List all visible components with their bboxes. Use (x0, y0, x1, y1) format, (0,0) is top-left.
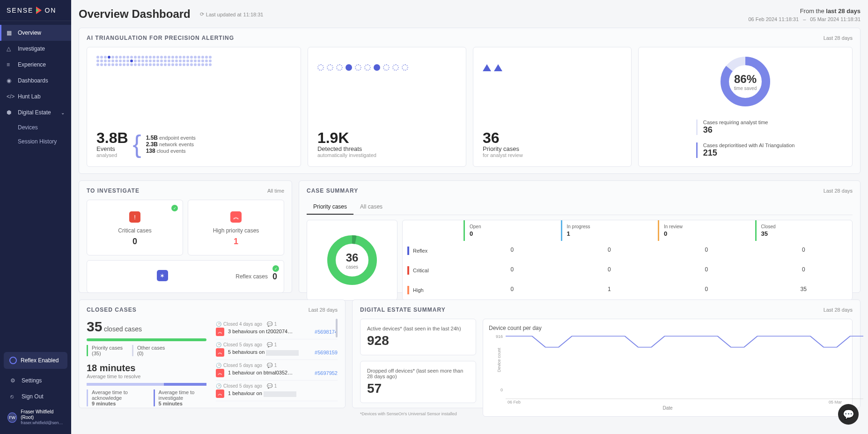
stat-deprioritised: Cases deprioritised with AI Triangulatio… (696, 142, 795, 158)
avg-resolve-time: 18 minutes (87, 363, 206, 374)
cube-icon: ⬢ (7, 109, 13, 116)
list-item[interactable]: 🕑Closed 5 days ago💬1 ︽5 behaviours on #5… (216, 339, 338, 360)
card-reflex-cases[interactable]: ✓ ✶ Reflex cases 0 (87, 260, 284, 293)
x-axis: 06 Feb05 Mar (489, 400, 846, 404)
user-name: Fraser Whitfield (Root) (21, 409, 64, 420)
nav-label: Sign Out (22, 393, 44, 400)
avg-resolve-label: Average time to resolve (87, 374, 206, 379)
tab-all-cases[interactable]: All cases (353, 200, 389, 215)
priority-label: Priority cases (483, 145, 622, 152)
card-high-cases[interactable]: ︽ High priority cases 1 (188, 200, 284, 255)
threats-viz (317, 56, 456, 79)
nav-label: Investigate (18, 45, 45, 52)
page-header: Overview Dashboard ⟳ Last updated at 11:… (79, 0, 861, 28)
section-range: Last 28 days (309, 307, 338, 313)
avatar: FW (7, 412, 17, 423)
code-icon: </> (7, 93, 13, 100)
card-priority: 36 Priority cases for analyst review (473, 47, 632, 167)
page-title: Overview Dashboard (79, 7, 191, 21)
section-range: Last 28 days (824, 307, 853, 313)
grid-icon: ▦ (7, 30, 13, 36)
scrollbar[interactable] (336, 319, 338, 337)
list-item[interactable]: 🕑Closed 5 days ago💬1 ︽1 behaviour on btm… (216, 360, 338, 381)
user-profile[interactable]: FW Fraser Whitfield (Root) fraser.whitfi… (4, 404, 67, 430)
eye-icon: ◉ (7, 77, 13, 84)
nav-session-history[interactable]: Session History (0, 135, 71, 149)
nav-digital-estate[interactable]: ⬢Digital Estate⌄ (0, 105, 71, 120)
brand-text: SENSE (7, 7, 33, 14)
section-to-investigate: TO INVESTIGATE All time ✓ ! Critical cas… (79, 180, 292, 293)
brand-play-icon (36, 7, 42, 14)
brand-suffix: ON (44, 7, 56, 14)
card-threats: 1.9K Detected threats automatically inve… (308, 47, 466, 167)
card-time-saved: 86% time saved Cases requiring analyst t… (638, 47, 853, 167)
nav-label: Settings (22, 377, 42, 384)
list-item[interactable]: 🕑Closed 4 days ago💬1 ︽3 behaviours on t2… (216, 319, 338, 339)
footnote: *Devices with SenseOn's Universal Sensor… (360, 412, 476, 416)
priority-viz (483, 56, 622, 79)
case-table: Open0 In progress1 In review0 Closed35 R… (402, 220, 853, 300)
threats-total: 1.9K (317, 130, 456, 145)
nav-devices[interactable]: Devices (0, 120, 71, 135)
card-value: 57 (367, 381, 469, 396)
time-breakdown-bar (87, 383, 206, 386)
chart-title: Device count per day (489, 325, 846, 331)
updated-prefix: Last updated at (206, 12, 242, 17)
nav-investigate[interactable]: △Investigate (0, 41, 71, 57)
nav-signout[interactable]: ⎋Sign Out (4, 389, 67, 404)
reflex-icon (9, 357, 17, 364)
signout-icon: ⎋ (10, 393, 17, 400)
time-saved-donut: 86% time saved (720, 56, 771, 107)
section-title: TO INVESTIGATE (87, 187, 140, 194)
card-label: Reflex cases (235, 273, 268, 280)
card-critical-cases[interactable]: ✓ ! Critical cases 0 (87, 200, 183, 255)
section-digital-estate: DIGITAL ESTATE SUMMARY Last 28 days Acti… (352, 299, 861, 408)
user-email: fraser.whitfield@senseon (21, 420, 64, 426)
section-title: CLOSED CASES (87, 307, 137, 313)
nav-dashboards[interactable]: ◉Dashboards (0, 73, 71, 89)
threats-label: Detected threats (317, 145, 456, 152)
from-prefix: From the (800, 7, 824, 15)
card-label: Active devices* (last seen in the last 2… (367, 326, 469, 331)
chat-icon: 💬 (843, 409, 854, 420)
card-events: 3.8B Events analysed { 1.5B endpoint eve… (87, 47, 301, 167)
card-value: 0 (272, 272, 277, 282)
avg-ack: Average time to acknowledge9 minutes (87, 389, 144, 406)
donut-value: 36 (346, 251, 359, 264)
events-breakdown: 1.5B endpoint events 2.3B network events… (146, 135, 196, 154)
donut-percent: 86% (734, 73, 757, 86)
nav-label: Overview (18, 30, 41, 36)
threats-sub: automatically investigated (317, 152, 456, 158)
nav-settings[interactable]: ⚙Settings (4, 373, 67, 389)
header-daterange[interactable]: From the last 28 days 06 Feb 2024 11:18:… (748, 7, 861, 22)
nav-label: Dashboards (18, 77, 48, 84)
date-start: 06 Feb 2024 11:18:31 (748, 16, 799, 22)
brace-icon: { (133, 133, 141, 156)
nav-huntlab[interactable]: </>Hunt Lab (0, 89, 71, 105)
reflex-toggle[interactable]: Reflex Enabled (4, 352, 67, 369)
user-meta: Fraser Whitfield (Root) fraser.whitfield… (21, 409, 64, 426)
nav-label: Experience (18, 61, 46, 68)
nav-experience[interactable]: ≡Experience (0, 57, 71, 73)
section-ai-triangulation: AI TRIANGULATION FOR PRECISION ALERTING … (79, 28, 861, 174)
x-axis-label: Date (489, 405, 846, 411)
chat-fab[interactable]: 💬 (838, 404, 859, 425)
events-dot-grid (96, 56, 291, 66)
y-axis: 916 0 (489, 334, 505, 400)
closed-list[interactable]: 🕑Closed 4 days ago💬1 ︽3 behaviours on t2… (216, 319, 338, 413)
closed-label: closed cases (104, 325, 142, 333)
card-label: Dropped off devices* (last seen more tha… (367, 368, 469, 379)
nav-overview[interactable]: ▦Overview (0, 25, 71, 41)
tab-priority-cases[interactable]: Priority cases (307, 200, 353, 215)
device-count-chart: Device count per day Device count 916 0 (483, 319, 853, 417)
card-value: 1 (197, 237, 275, 247)
closed-stats: 35 closed cases Priority cases(35) Other… (87, 319, 206, 413)
check-badge-icon: ✓ (272, 265, 279, 272)
donut-label: cases (346, 264, 358, 269)
sidebar: SENSE ON ▦Overview △Investigate ≡Experie… (0, 0, 71, 434)
card-value: 0 (96, 237, 174, 247)
list-item[interactable]: 🕑Closed 5 days ago💬1 ︽1 behaviour on (216, 381, 338, 401)
updated-time: 11:18:31 (243, 12, 264, 17)
closed-count: 35 (87, 319, 102, 334)
other-cases-count: Other cases(0) (132, 345, 165, 356)
